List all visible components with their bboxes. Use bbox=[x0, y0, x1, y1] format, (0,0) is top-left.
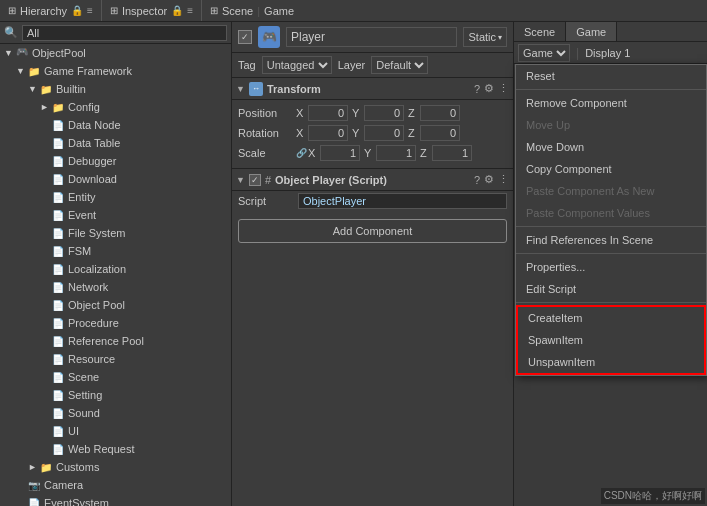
tree-item-referencepool[interactable]: 📄 Reference Pool bbox=[0, 332, 231, 350]
scale-label: Scale bbox=[238, 147, 296, 159]
tree-item-filesystem[interactable]: 📄 File System bbox=[0, 224, 231, 242]
script-icon: 📄 bbox=[52, 336, 66, 347]
game-display-select[interactable]: Game bbox=[518, 44, 570, 62]
tree-item-procedure[interactable]: 📄 Procedure bbox=[0, 314, 231, 332]
context-menu-item-paste-as-new[interactable]: Paste Component As New bbox=[516, 180, 706, 202]
tree-item-ui[interactable]: 📄 UI bbox=[0, 422, 231, 440]
tree-item-download[interactable]: 📄 Download bbox=[0, 170, 231, 188]
context-menu-item-unspawnitem[interactable]: UnspawnItem bbox=[518, 351, 704, 373]
tree-item-sound[interactable]: 📄 Sound bbox=[0, 404, 231, 422]
script-checkbox[interactable]: ✓ bbox=[249, 174, 261, 186]
overflow-icon[interactable]: ⋮ bbox=[498, 82, 509, 95]
link-icon[interactable]: 🔗 bbox=[296, 148, 308, 158]
tree-item-fsm[interactable]: 📄 FSM bbox=[0, 242, 231, 260]
pos-x-input[interactable] bbox=[308, 105, 348, 121]
context-menu-item-properties[interactable]: Properties... bbox=[516, 256, 706, 278]
objectpool-icon: 🎮 bbox=[16, 46, 30, 60]
hierarchy-lock-icon[interactable]: 🔒 bbox=[71, 5, 83, 16]
hierarchy-tab[interactable]: ⊞ Hierarchy 🔒 ≡ bbox=[0, 0, 102, 21]
settings-icon[interactable]: ⚙ bbox=[484, 82, 494, 95]
inspector-tab-label: Inspector bbox=[122, 5, 167, 17]
tree-item-resource[interactable]: 📄 Resource bbox=[0, 350, 231, 368]
script-component-header[interactable]: ▼ ✓ # Object Player (Script) ? ⚙ ⋮ bbox=[232, 169, 513, 191]
transform-header[interactable]: ▼ ↔ Transform ? ⚙ ⋮ bbox=[232, 78, 513, 100]
script-settings-icon[interactable]: ⚙ bbox=[484, 173, 494, 186]
script-component-title: Object Player (Script) bbox=[275, 174, 470, 186]
tree-item-customs[interactable]: ► 📁 Customs bbox=[0, 458, 231, 476]
scale-y-input[interactable] bbox=[376, 145, 416, 161]
context-menu-item-find-references[interactable]: Find References In Scene bbox=[516, 229, 706, 251]
tree-item-objectpool-child[interactable]: 📄 Object Pool bbox=[0, 296, 231, 314]
tree-item-debugger[interactable]: 📄 Debugger bbox=[0, 152, 231, 170]
collapse-arrow-icon: ▼ bbox=[236, 84, 245, 94]
inspector-menu-icon[interactable]: ≡ bbox=[187, 5, 193, 16]
pos-z-input[interactable] bbox=[420, 105, 460, 121]
rot-z-input[interactable] bbox=[420, 125, 460, 141]
tree-item-datanode[interactable]: 📄 Data Node bbox=[0, 116, 231, 134]
context-menu-item-spawnitem[interactable]: SpawnItem bbox=[518, 329, 704, 351]
arrow-icon: ▼ bbox=[28, 84, 40, 94]
scene-panel: Scene Game Game | Display 1 bbox=[514, 22, 707, 506]
tag-select[interactable]: Untagged bbox=[262, 56, 332, 74]
context-menu-item-remove-component[interactable]: Remove Component bbox=[516, 92, 706, 114]
object-name-input[interactable] bbox=[286, 27, 457, 47]
add-component-button[interactable]: Add Component bbox=[238, 219, 507, 243]
tree-item-webrequest[interactable]: 📄 Web Request bbox=[0, 440, 231, 458]
script-hash-icon: # bbox=[265, 174, 271, 186]
scale-row: Scale 🔗 X Y Z bbox=[238, 144, 507, 162]
inspector-tab[interactable]: ⊞ Inspector 🔒 ≡ bbox=[102, 0, 202, 21]
context-menu-item-createitem[interactable]: CreateItem bbox=[518, 307, 704, 329]
tree-item-scene[interactable]: 📄 Scene bbox=[0, 368, 231, 386]
scale-z-input[interactable] bbox=[432, 145, 472, 161]
inspector-lock-icon[interactable]: 🔒 bbox=[171, 5, 183, 16]
tab-scene[interactable]: Scene bbox=[514, 22, 566, 41]
context-menu-item-move-up[interactable]: Move Up bbox=[516, 114, 706, 136]
tag-layer-row: Tag Untagged Layer Default bbox=[232, 53, 513, 78]
tree-label: Camera bbox=[44, 479, 83, 491]
rot-x-input[interactable] bbox=[308, 125, 348, 141]
tree-label: Config bbox=[68, 101, 100, 113]
hierarchy-menu-icon[interactable]: ≡ bbox=[87, 5, 93, 16]
tree-item-objectpool[interactable]: ▼ 🎮 ObjectPool bbox=[0, 44, 231, 62]
y-axis-label: Y bbox=[352, 107, 364, 119]
scene-grid-icon: ⊞ bbox=[210, 5, 218, 16]
tree-item-datatable[interactable]: 📄 Data Table bbox=[0, 134, 231, 152]
context-menu-separator-4 bbox=[516, 302, 706, 303]
tab-game[interactable]: Game bbox=[566, 22, 617, 41]
tree-item-network[interactable]: 📄 Network bbox=[0, 278, 231, 296]
tree-label: Game Framework bbox=[44, 65, 132, 77]
rot-y-input[interactable] bbox=[364, 125, 404, 141]
context-menu-item-move-down[interactable]: Move Down bbox=[516, 136, 706, 158]
tree-item-entity[interactable]: 📄 Entity bbox=[0, 188, 231, 206]
folder-icon: 📁 bbox=[40, 84, 54, 95]
tree-label: Debugger bbox=[68, 155, 116, 167]
checkbox[interactable]: ✓ bbox=[238, 30, 252, 44]
context-menu-item-paste-values[interactable]: Paste Component Values bbox=[516, 202, 706, 224]
tree-item-gameframework[interactable]: ▼ 📁 Game Framework bbox=[0, 62, 231, 80]
scene-tab-label[interactable]: Scene bbox=[222, 5, 253, 17]
tree-item-camera[interactable]: 📷 Camera bbox=[0, 476, 231, 494]
script-overflow-icon[interactable]: ⋮ bbox=[498, 173, 509, 186]
context-menu-item-copy-component[interactable]: Copy Component bbox=[516, 158, 706, 180]
context-menu-item-edit-script[interactable]: Edit Script bbox=[516, 278, 706, 300]
folder-icon: 📁 bbox=[40, 462, 54, 473]
search-input[interactable] bbox=[22, 25, 227, 41]
tree-item-builtin[interactable]: ▼ 📁 Builtin bbox=[0, 80, 231, 98]
script-help-icon[interactable]: ? bbox=[474, 174, 480, 186]
scene-tab-separator: | bbox=[257, 5, 260, 17]
help-icon[interactable]: ? bbox=[474, 83, 480, 95]
tree-item-config[interactable]: ► 📁 Config bbox=[0, 98, 231, 116]
game-tab-label[interactable]: Game bbox=[264, 5, 294, 17]
static-button[interactable]: Static ▾ bbox=[463, 27, 507, 47]
pos-y-input[interactable] bbox=[364, 105, 404, 121]
hierarchy-panel: 🔍 ▼ 🎮 ObjectPool ▼ 📁 Game Framework bbox=[0, 22, 232, 506]
tree-item-setting[interactable]: 📄 Setting bbox=[0, 386, 231, 404]
scale-x-input[interactable] bbox=[320, 145, 360, 161]
hierarchy-search-bar: 🔍 bbox=[0, 22, 231, 44]
tree-item-localization[interactable]: 📄 Localization bbox=[0, 260, 231, 278]
tree-item-event[interactable]: 📄 Event bbox=[0, 206, 231, 224]
layer-select[interactable]: Default bbox=[371, 56, 428, 74]
tree-item-eventsystem[interactable]: 📄 EventSystem bbox=[0, 494, 231, 506]
script-icon: 📄 bbox=[52, 156, 66, 167]
context-menu-item-reset[interactable]: Reset bbox=[516, 65, 706, 87]
